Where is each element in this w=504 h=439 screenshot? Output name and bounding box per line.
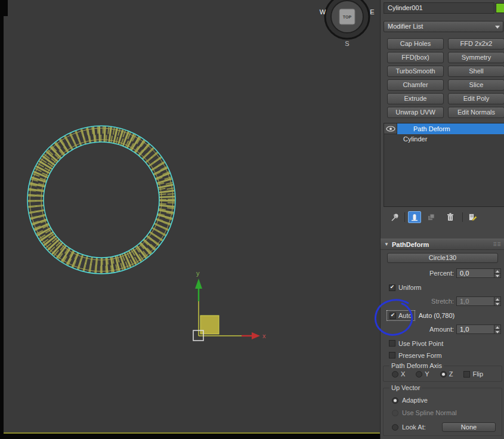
pathdeform-rollout: ▼ PathDeform ⠿⠿ Circle130 Percent: 0,0 ✔ bbox=[381, 239, 504, 436]
viewcube[interactable]: TOP W E S bbox=[317, 0, 379, 50]
axis-y-radio[interactable] bbox=[416, 371, 422, 378]
spin-up-icon[interactable] bbox=[494, 325, 500, 330]
modifier-button-chamfer[interactable]: Chamfer bbox=[387, 79, 444, 91]
flip-option[interactable]: Flip bbox=[463, 370, 483, 378]
axis-x-label: X bbox=[401, 370, 405, 378]
axis-z-label: Z bbox=[449, 370, 453, 378]
modifier-button-ffd-box[interactable]: FFD(box) bbox=[387, 52, 444, 63]
eye-icon bbox=[386, 126, 395, 132]
adaptive-radio[interactable] bbox=[392, 397, 398, 404]
pin-icon bbox=[390, 212, 400, 222]
axis-y-label: Y bbox=[425, 370, 429, 378]
modifier-button-cap-holes[interactable]: Cap Holes bbox=[387, 38, 444, 50]
look-at-row: Look At: None bbox=[384, 422, 502, 432]
modifier-button-edit-poly[interactable]: Edit Poly bbox=[448, 93, 504, 104]
pathdeform-rollout-header[interactable]: ▼ PathDeform ⠿⠿ bbox=[381, 239, 504, 250]
modifier-button-turbosmooth[interactable]: TurboSmooth bbox=[387, 66, 444, 77]
viewcube-top-label: TOP bbox=[343, 15, 352, 19]
dropdown-arrow-icon bbox=[495, 26, 500, 29]
adaptive-row[interactable]: Adaptive bbox=[384, 395, 502, 405]
command-panel: Cylinder001 Modifier List Cap Holes FFD … bbox=[380, 0, 504, 439]
modifier-button-shell[interactable]: Shell bbox=[448, 66, 504, 77]
percent-spinner[interactable]: 0,0 bbox=[456, 268, 501, 278]
modifier-button-symmetry[interactable]: Symmetry bbox=[448, 52, 504, 63]
make-unique-button[interactable] bbox=[425, 211, 438, 223]
auto-value-text: Auto (0,780) bbox=[419, 312, 455, 319]
spin-down-icon[interactable] bbox=[494, 330, 500, 334]
rollout-collapse-icon: ▼ bbox=[384, 242, 389, 247]
modifier-list-dropdown[interactable]: Modifier List bbox=[384, 21, 503, 32]
toolbar-separator bbox=[404, 212, 405, 222]
modifier-button-ffd-2x2x2[interactable]: FFD 2x2x2 bbox=[448, 38, 504, 50]
auto-row: ✔ Auto Auto (0,780) bbox=[381, 310, 504, 321]
preserve-form-label: Preserve Form bbox=[398, 352, 442, 359]
object-color-swatch[interactable] bbox=[496, 3, 504, 13]
modifier-button-unwrap-uvw[interactable]: Unwrap UVW bbox=[387, 107, 444, 118]
left-edge-bar bbox=[0, 0, 4, 439]
look-at-radio[interactable] bbox=[392, 424, 398, 431]
viewcube-west-label[interactable]: W bbox=[320, 8, 326, 16]
object-name-field[interactable]: Cylinder001 bbox=[384, 2, 494, 14]
look-at-none-button[interactable]: None bbox=[442, 422, 496, 432]
modifier-button-extrude[interactable]: Extrude bbox=[387, 93, 444, 104]
axis-x-option[interactable]: X bbox=[392, 370, 405, 378]
uniform-checkbox[interactable]: ✔ bbox=[389, 285, 395, 291]
spline-normal-radio bbox=[392, 410, 398, 416]
picked-path-button[interactable]: Circle130 bbox=[387, 253, 498, 263]
stack-item-label[interactable]: Path Deform bbox=[397, 123, 504, 134]
configure-modifier-sets-button[interactable] bbox=[466, 211, 479, 223]
stretch-label: Stretch: bbox=[431, 298, 454, 305]
visibility-toggle[interactable] bbox=[384, 123, 397, 134]
up-vector-group: Up Vector Adaptive Use Spline Normal Loo… bbox=[383, 384, 502, 436]
stack-item-path-deform[interactable]: Path Deform bbox=[384, 123, 504, 134]
remove-modifier-button[interactable] bbox=[444, 211, 457, 223]
transform-gizmo[interactable]: y x bbox=[179, 268, 274, 346]
viewport-canvas[interactable]: y x TOP W E S bbox=[0, 0, 380, 439]
show-end-result-icon bbox=[411, 213, 418, 221]
bottom-edge-bar bbox=[0, 434, 380, 439]
spin-down-icon[interactable] bbox=[494, 274, 500, 278]
x-axis-label: x bbox=[262, 332, 266, 339]
use-pivot-checkbox[interactable] bbox=[389, 340, 395, 347]
use-pivot-label: Use Pivot Point bbox=[398, 340, 443, 347]
axis-y-option[interactable]: Y bbox=[416, 370, 429, 378]
ring-object-wireframe[interactable] bbox=[21, 119, 182, 280]
show-end-result-button[interactable] bbox=[408, 211, 421, 223]
make-unique-icon bbox=[426, 212, 436, 222]
axis-radio-row: X Y Z Flip bbox=[384, 370, 502, 378]
modifier-button-slice[interactable]: Slice bbox=[448, 79, 504, 91]
spin-up-icon[interactable] bbox=[494, 269, 500, 274]
axis-z-radio[interactable] bbox=[440, 371, 447, 378]
trash-icon bbox=[446, 212, 455, 222]
pin-stack-button[interactable] bbox=[388, 211, 401, 223]
toolbar-separator-2 bbox=[462, 212, 463, 222]
modifier-button-edit-normals[interactable]: Edit Normals bbox=[448, 107, 504, 118]
stretch-value: 1,0 bbox=[457, 297, 494, 305]
amount-row: Amount: 1,0 bbox=[381, 324, 504, 335]
viewcube-south-label[interactable]: S bbox=[345, 40, 349, 47]
preserve-form-checkbox[interactable] bbox=[389, 352, 395, 358]
ring-selection-inner-circle bbox=[44, 142, 159, 258]
auto-checkbox[interactable]: ✔ bbox=[389, 313, 396, 319]
percent-row: Percent: 0,0 bbox=[381, 268, 504, 279]
axis-z-option[interactable]: Z bbox=[440, 370, 453, 378]
viewcube-east-label[interactable]: E bbox=[370, 8, 374, 16]
flip-label: Flip bbox=[472, 370, 483, 378]
configure-sets-icon bbox=[468, 212, 477, 222]
auto-checkbox-group[interactable]: ✔ Auto bbox=[386, 310, 415, 321]
up-vector-label: Up Vector bbox=[389, 384, 422, 391]
check-icon: ✔ bbox=[391, 313, 395, 318]
amount-spinner[interactable]: 1,0 bbox=[456, 324, 501, 334]
percent-spin-buttons bbox=[494, 269, 500, 277]
modifier-list-label: Modifier List bbox=[388, 23, 423, 30]
look-at-label: Look At: bbox=[402, 423, 426, 431]
rollout-grip-icon[interactable]: ⠿⠿ bbox=[493, 242, 501, 248]
y-axis-arrowhead bbox=[195, 279, 202, 289]
stack-toolbar bbox=[384, 209, 504, 225]
stretch-spinner: 1,0 bbox=[456, 296, 501, 306]
flip-checkbox[interactable] bbox=[463, 371, 470, 378]
percent-label: Percent: bbox=[429, 270, 454, 277]
stack-item-cylinder[interactable]: Cylinder bbox=[384, 134, 504, 144]
axis-x-radio[interactable] bbox=[392, 371, 398, 378]
spin-down-icon bbox=[494, 302, 500, 306]
